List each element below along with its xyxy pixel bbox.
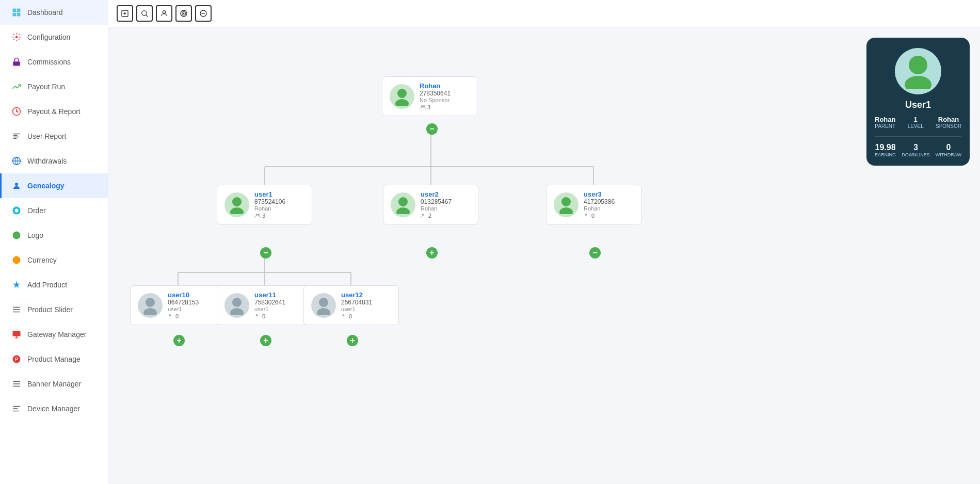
info-parent-label: Parent <box>875 123 895 129</box>
node-rohan[interactable]: Rohan 278350641 No Sponsor 3 <box>382 76 477 116</box>
node-user3[interactable]: user3 417205386 Rohan 0 <box>546 185 641 224</box>
user-button[interactable] <box>156 5 172 22</box>
main-content: Rohan 278350641 No Sponsor 3 − user1 873… <box>108 0 980 484</box>
sidebar-item-logo[interactable]: Logo <box>0 223 108 248</box>
info-divider <box>875 136 961 137</box>
node-id-user12: 256704831 <box>341 299 391 306</box>
node-avatar-user1 <box>224 192 249 217</box>
svg-point-4 <box>15 36 18 39</box>
node-id-user1: 873524106 <box>254 198 304 205</box>
toggle-user12[interactable]: + <box>347 335 358 346</box>
svg-text:P: P <box>15 357 18 362</box>
sidebar-item-commissions[interactable]: Commissions <box>0 50 108 74</box>
svg-point-37 <box>163 11 165 13</box>
sidebar-label-product-slider: Product Slider <box>27 305 73 314</box>
info-stats-row: Rohan Parent 1 LEVEL Rohan Sponsor <box>875 116 961 129</box>
sidebar-item-payout-run[interactable]: Payout Run <box>0 74 108 99</box>
node-count-rohan: 3 <box>420 104 470 110</box>
svg-point-67 <box>585 214 587 216</box>
svg-point-63 <box>396 207 410 214</box>
node-count-user1: 3 <box>254 213 304 219</box>
svg-point-71 <box>232 298 242 307</box>
svg-point-77 <box>909 56 927 74</box>
sidebar-label-genealogy: Genealogy <box>27 182 65 190</box>
user-report-icon <box>11 131 22 142</box>
sidebar-item-order[interactable]: Order <box>0 198 108 223</box>
logo-icon <box>11 230 22 241</box>
info-earning: 19.98 EARNING <box>875 143 896 157</box>
sidebar-item-dashboard[interactable]: Dashboard <box>0 0 108 25</box>
svg-line-36 <box>146 15 148 17</box>
node-name-user11: user11 <box>254 291 304 299</box>
info-name: User1 <box>905 100 931 110</box>
node-sponsor-user10: user1 <box>168 306 218 312</box>
svg-point-66 <box>559 207 573 214</box>
toggle-user1[interactable]: − <box>260 247 271 259</box>
device-manager-icon <box>11 403 22 414</box>
sidebar-item-product-slider[interactable]: Product Slider <box>0 297 108 322</box>
sidebar-item-genealogy[interactable]: Genealogy <box>0 173 108 198</box>
svg-point-15 <box>14 208 19 213</box>
node-user11[interactable]: user11 758302641 user1 0 <box>217 285 312 325</box>
sidebar-label-device-manager: Device Manager <box>27 405 80 413</box>
info-sponsor-value: Rohan <box>938 116 959 123</box>
svg-point-35 <box>142 11 147 15</box>
sidebar-label-product-manage: Product Manage <box>27 355 81 363</box>
node-user10[interactable]: user10 064728153 user1 0 <box>130 285 226 325</box>
svg-point-58 <box>232 197 242 206</box>
sidebar-label-dashboard: Dashboard <box>27 8 63 17</box>
minus-circle-button[interactable] <box>195 5 212 22</box>
sidebar-item-currency[interactable]: Currency <box>0 248 108 272</box>
svg-rect-0 <box>13 9 17 12</box>
svg-rect-5 <box>13 61 20 66</box>
svg-rect-1 <box>17 9 21 12</box>
add-product-icon <box>11 279 22 291</box>
sidebar-item-user-report[interactable]: User Report <box>0 124 108 149</box>
svg-point-57 <box>423 105 425 107</box>
node-user1[interactable]: user1 873524106 Rohan 3 <box>217 185 312 224</box>
node-sponsor-rohan: No Sponsor <box>420 97 470 103</box>
sidebar-label-add-product: Add Product <box>27 281 67 289</box>
svg-point-54 <box>397 89 407 98</box>
target-button[interactable] <box>175 5 192 22</box>
toggle-rohan[interactable]: − <box>426 123 438 135</box>
info-earning-label: EARNING <box>875 152 896 157</box>
genealogy-icon <box>11 180 22 191</box>
sidebar-item-gateway-manager[interactable]: Gateway Manager <box>0 322 108 347</box>
svg-point-62 <box>398 197 408 206</box>
info-downlines-value: 3 <box>913 143 918 152</box>
payout-report-icon <box>11 106 22 117</box>
svg-point-56 <box>421 105 423 107</box>
sidebar-item-add-product[interactable]: Add Product <box>0 272 108 297</box>
info-sponsor-label: Sponsor <box>936 123 961 129</box>
sidebar-item-device-manager[interactable]: Device Manager <box>0 396 108 421</box>
svg-point-64 <box>422 214 424 216</box>
svg-point-16 <box>13 232 21 239</box>
node-sponsor-user11: user1 <box>254 306 304 312</box>
sidebar-item-banner-manager[interactable]: Banner Manager <box>0 372 108 396</box>
sidebar-item-configuration[interactable]: Configuration <box>0 25 108 50</box>
sidebar-item-payout-report[interactable]: Payout & Report <box>0 99 108 124</box>
search-button[interactable] <box>136 5 153 22</box>
product-manage-icon: P <box>11 353 22 365</box>
sidebar-label-banner-manager: Banner Manager <box>27 380 81 388</box>
svg-point-76 <box>343 314 345 316</box>
toggle-user2[interactable]: + <box>426 247 438 259</box>
svg-point-61 <box>258 214 260 216</box>
gateway-manager-icon <box>11 329 22 340</box>
toolbar <box>108 0 980 27</box>
toggle-user11[interactable]: + <box>260 335 271 346</box>
node-user12[interactable]: user12 256704831 user1 0 <box>303 285 399 325</box>
node-user2[interactable]: user2 013285467 Rohan 2 <box>383 185 478 224</box>
node-id-user11: 758302641 <box>254 299 304 306</box>
sidebar-label-logo: Logo <box>27 231 43 239</box>
node-name-rohan: Rohan <box>420 82 470 90</box>
add-button[interactable] <box>117 5 133 22</box>
toggle-user10[interactable]: + <box>173 335 185 346</box>
sidebar-item-withdrawals[interactable]: Withdrawals <box>0 149 108 173</box>
commissions-icon <box>11 56 22 68</box>
toggle-user3[interactable]: − <box>589 247 601 259</box>
node-count-user11: 0 <box>254 313 304 319</box>
info-earning-value: 19.98 <box>875 143 895 152</box>
sidebar-item-product-manage[interactable]: P Product Manage <box>0 347 108 372</box>
